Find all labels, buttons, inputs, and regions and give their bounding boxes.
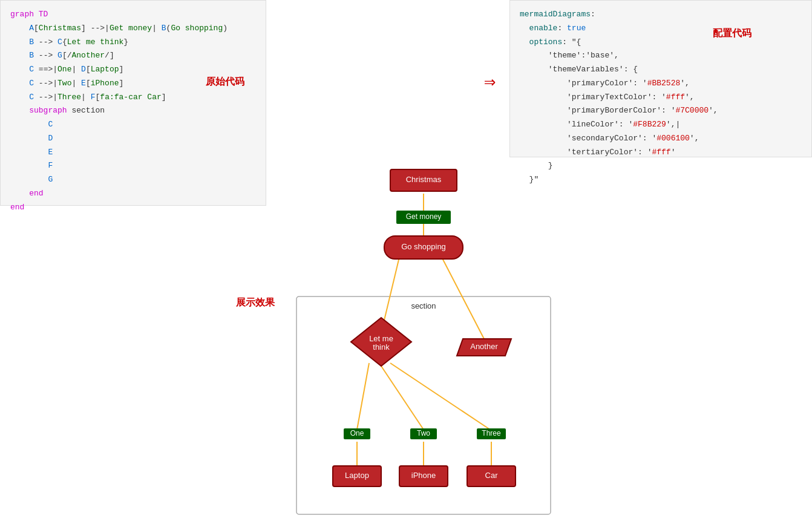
subgraph-label: section: [411, 301, 436, 310]
svg-line-8: [390, 363, 490, 430]
diagram-container: section Get money One Two Three Christma…: [278, 163, 569, 524]
arrow-symbol: ⇒: [484, 70, 496, 94]
node-go-shopping-label: Go shopping: [401, 242, 446, 251]
edge-label-three: Three: [482, 429, 501, 437]
node-another-label: Another: [470, 342, 498, 351]
node-christmas-label: Christmas: [406, 175, 442, 184]
label-display-effect: 展示效果: [236, 296, 275, 309]
node-let-me-think-label: Let me: [369, 334, 393, 343]
edge-label-two: Two: [417, 429, 430, 437]
edge-label-get-money: Get money: [406, 212, 442, 221]
edge-label-one: One: [350, 429, 364, 437]
label-config-code: 配置代码: [713, 27, 751, 40]
label-original-code: 原始代码: [206, 76, 244, 88]
code-panel-left: graph TD A[Christmas] -->|Get money| B(G…: [0, 0, 266, 206]
svg-line-6: [357, 363, 369, 430]
code-panel-right: mermaidDiagrams: enable: true options: "…: [509, 0, 812, 157]
node-let-me-think-label2: think: [373, 342, 390, 352]
node-laptop-label: Laptop: [345, 471, 369, 480]
svg-line-7: [381, 366, 424, 430]
svg-line-5: [442, 257, 484, 339]
node-iphone-label: iPhone: [411, 471, 436, 480]
node-car-label: Car: [485, 471, 499, 480]
